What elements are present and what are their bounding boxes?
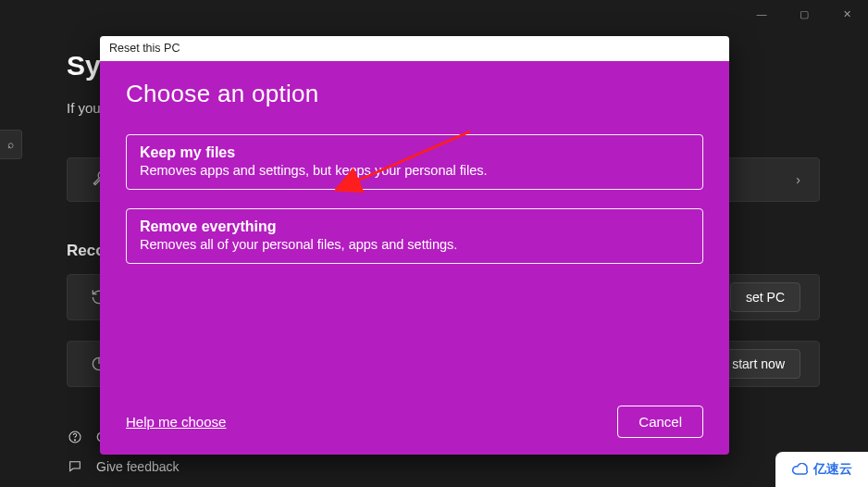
dialog-heading: Choose an option <box>126 80 703 108</box>
option-keep-title: Keep my files <box>140 144 689 161</box>
maximize-button[interactable]: ▢ <box>783 0 825 28</box>
watermark-badge: 亿速云 <box>775 452 868 487</box>
option-keep-my-files[interactable]: Keep my files Removes apps and settings,… <box>126 134 703 190</box>
window-controls: — ▢ ✕ <box>740 0 868 28</box>
watermark-text: 亿速云 <box>813 461 852 478</box>
svg-point-2 <box>74 440 75 441</box>
option-keep-desc: Removes apps and settings, but keeps you… <box>140 163 689 178</box>
feedback-icon <box>67 459 83 474</box>
option-remove-everything[interactable]: Remove everything Removes all of your pe… <box>126 208 703 264</box>
minimize-button[interactable]: — <box>740 0 783 28</box>
cancel-button[interactable]: Cancel <box>617 406 703 438</box>
option-remove-desc: Removes all of your personal files, apps… <box>140 237 689 252</box>
reset-pc-button[interactable]: set PC <box>730 282 800 312</box>
close-button[interactable]: ✕ <box>825 0 868 28</box>
help-icon <box>67 430 83 444</box>
search-icon[interactable]: ⌕ <box>0 130 22 159</box>
cloud-icon <box>791 463 810 476</box>
option-remove-title: Remove everything <box>140 219 689 235</box>
give-feedback-label: Give feedback <box>96 459 180 474</box>
dialog-footer: Help me choose Cancel <box>126 406 703 438</box>
give-feedback-row[interactable]: Give feedback <box>67 459 180 474</box>
page-subtitle: If you <box>67 100 101 116</box>
dialog-title: Reset this PC <box>100 36 729 61</box>
chevron-right-icon: › <box>796 172 800 187</box>
help-me-choose-link[interactable]: Help me choose <box>126 414 226 430</box>
reset-pc-dialog: Reset this PC Choose an option Keep my f… <box>100 36 729 455</box>
settings-window: — ▢ ✕ Sys If you ⌕ › Recov set PC start … <box>0 0 868 487</box>
